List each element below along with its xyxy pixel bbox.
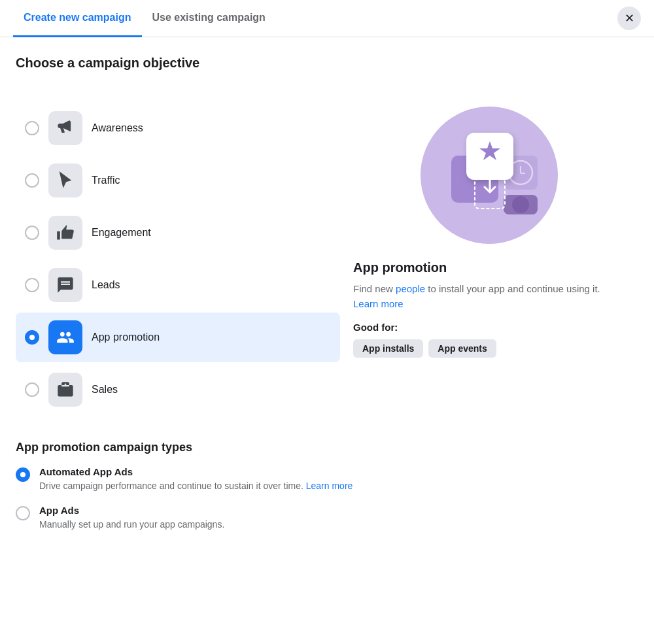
- objective-app-promotion[interactable]: App promotion: [16, 313, 340, 362]
- campaign-types-section: App promotion campaign types Automated A…: [16, 441, 638, 543]
- tag-app-installs: App installs: [353, 339, 423, 358]
- objective-leads[interactable]: Leads: [16, 260, 340, 310]
- svg-point-7: [512, 196, 529, 213]
- radio-traffic[interactable]: [25, 173, 39, 188]
- automated-desc: Drive campaign performance and continue …: [39, 480, 353, 493]
- briefcase-icon: [56, 381, 75, 399]
- radio-app-ads[interactable]: [16, 506, 30, 520]
- campaign-types-title: App promotion campaign types: [16, 441, 638, 454]
- app-ads-label: App Ads: [39, 505, 224, 516]
- leads-icon-box: [48, 268, 82, 302]
- radio-leads[interactable]: [25, 278, 39, 292]
- awareness-icon-box: [48, 111, 82, 145]
- tabs-bar: Create new campaign Use existing campaig…: [0, 0, 654, 37]
- preview-desc-mid: to install your app and continue using i…: [425, 283, 600, 294]
- objective-engagement[interactable]: Engagement: [16, 208, 340, 258]
- tab-existing[interactable]: Use existing campaign: [142, 0, 276, 37]
- automated-desc-text: Drive campaign performance and continue …: [39, 481, 306, 491]
- thumbsup-icon: [56, 224, 75, 242]
- automated-text: Automated App Ads Drive campaign perform…: [39, 466, 353, 493]
- radio-automated[interactable]: [16, 467, 30, 482]
- engagement-icon-box: [48, 216, 82, 250]
- leads-label: Leads: [92, 279, 120, 291]
- radio-awareness[interactable]: [25, 121, 39, 135]
- app-promotion-icon-box: [48, 320, 82, 354]
- app-promotion-illustration: [417, 103, 561, 247]
- app-promotion-label: App promotion: [92, 331, 160, 343]
- preview-people-link[interactable]: people: [396, 283, 425, 294]
- chat-icon: [56, 276, 75, 294]
- automated-learn-more[interactable]: Learn more: [306, 481, 353, 491]
- sales-label: Sales: [92, 384, 118, 396]
- sales-icon-box: [48, 373, 82, 407]
- good-for-title: Good for:: [353, 322, 398, 333]
- radio-app-promotion[interactable]: [25, 330, 39, 345]
- megaphone-icon: [56, 119, 75, 137]
- automated-label: Automated App Ads: [39, 466, 353, 477]
- content-area: Choose a campaign objective Awareness: [0, 37, 654, 644]
- preview-panel: App promotion Find new people to install…: [340, 103, 638, 415]
- objective-sales[interactable]: Sales: [16, 365, 340, 415]
- preview-learn-more-link[interactable]: Learn more: [353, 298, 404, 309]
- tab-create[interactable]: Create new campaign: [13, 0, 142, 37]
- awareness-label: Awareness: [92, 122, 143, 134]
- radio-sales[interactable]: [25, 382, 39, 397]
- close-button[interactable]: ✕: [617, 7, 641, 30]
- objective-awareness[interactable]: Awareness: [16, 103, 340, 153]
- campaign-type-automated[interactable]: Automated App Ads Drive campaign perform…: [16, 466, 638, 493]
- preview-title: App promotion: [353, 260, 447, 275]
- preview-description: Find new people to install your app and …: [353, 282, 625, 311]
- traffic-label: Traffic: [92, 175, 120, 186]
- campaign-type-app-ads[interactable]: App Ads Manually set up and run your app…: [16, 505, 638, 532]
- engagement-label: Engagement: [92, 227, 151, 239]
- tags-container: App installs App events: [353, 339, 496, 358]
- main-area: Awareness Traffic: [16, 103, 638, 415]
- modal: Create new campaign Use existing campaig…: [0, 0, 654, 644]
- radio-engagement[interactable]: [25, 226, 39, 240]
- objectives-list: Awareness Traffic: [16, 103, 340, 415]
- cursor-icon: [56, 171, 75, 190]
- app-ads-desc: Manually set up and run your app campaig…: [39, 518, 224, 532]
- traffic-icon-box: [48, 163, 82, 197]
- app-ads-text: App Ads Manually set up and run your app…: [39, 505, 224, 532]
- objective-traffic[interactable]: Traffic: [16, 156, 340, 205]
- preview-desc-start: Find new: [353, 283, 396, 294]
- svg-rect-8: [466, 133, 513, 180]
- section-title: Choose a campaign objective: [16, 56, 638, 71]
- tag-app-events: App events: [428, 339, 496, 358]
- people-icon: [56, 328, 75, 347]
